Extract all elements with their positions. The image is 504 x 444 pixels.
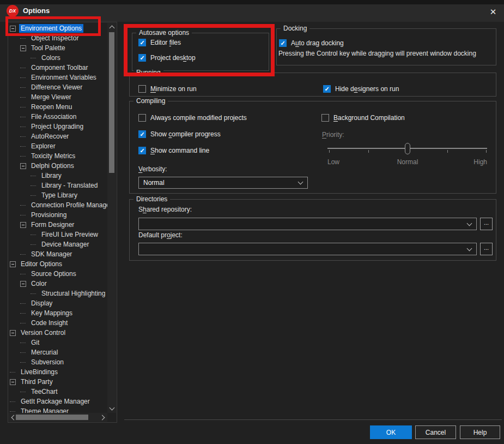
- tree-item-label[interactable]: SDK Manager: [29, 250, 74, 259]
- tree-item-label[interactable]: LiveBindings: [19, 368, 59, 376]
- tree-item-mercurial[interactable]: Mercurial: [9, 347, 107, 357]
- tree-item-library[interactable]: Library: [9, 171, 107, 181]
- checkbox-hide-designers-on-run[interactable]: ✓Hide designers on run: [323, 85, 399, 93]
- tree-item-merge-viewer[interactable]: Merge Viewer: [9, 92, 107, 102]
- tree-item-tool-palette[interactable]: Tool Palette: [9, 43, 107, 53]
- verbosity-select[interactable]: Normal: [138, 177, 308, 189]
- priority-slider-thumb[interactable]: [405, 143, 410, 154]
- checkbox-box[interactable]: ✓: [138, 39, 146, 46]
- checkbox-editor-files[interactable]: ✓Editor files: [138, 39, 181, 46]
- expander-minus-icon[interactable]: [10, 379, 16, 385]
- tree-item-component-toolbar[interactable]: Component Toolbar: [9, 63, 107, 73]
- tree-item-toxicity-metrics[interactable]: Toxicity Metrics: [9, 151, 107, 161]
- tree-item-label[interactable]: Form Designer: [29, 220, 76, 229]
- checkbox-box[interactable]: ✓: [279, 39, 287, 47]
- tree-item-key-mappings[interactable]: Key Mappings: [9, 308, 107, 318]
- checkbox-box[interactable]: ✓: [138, 130, 146, 138]
- tree-item-livebindings[interactable]: LiveBindings: [9, 367, 107, 377]
- tree-item-label[interactable]: Subversion: [29, 358, 65, 367]
- tree-item-version-control[interactable]: Version Control: [9, 328, 107, 338]
- tree-item-label[interactable]: Toxicity Metrics: [29, 152, 77, 160]
- checkbox-auto-drag-docking[interactable]: ✓Auto drag docking: [279, 39, 344, 47]
- tree-item-environment-options[interactable]: Environment Options: [9, 23, 107, 33]
- tree-item-label[interactable]: Third Party: [19, 377, 54, 386]
- expander-minus-icon[interactable]: [20, 281, 26, 287]
- tree-item-label[interactable]: Editor Options: [19, 260, 64, 268]
- expander-minus-icon[interactable]: [10, 261, 16, 267]
- horizontal-scroll-thumb[interactable]: [16, 415, 88, 420]
- vertical-scroll-thumb[interactable]: [109, 32, 114, 173]
- tree-item-label[interactable]: Connection Profile Manage: [29, 201, 107, 209]
- tree-item-delphi-options[interactable]: Delphi Options: [9, 161, 107, 171]
- checkbox-box[interactable]: ✓: [138, 54, 146, 62]
- tree-item-label[interactable]: Project Upgrading: [29, 122, 85, 131]
- tree-item-label[interactable]: TeeChart: [29, 387, 59, 396]
- tree-item-sdk-manager[interactable]: SDK Manager: [9, 249, 107, 259]
- tree-item-label[interactable]: Object Inspector: [29, 34, 80, 43]
- tree-item-structural-highlighting[interactable]: Structural Highlighting: [9, 289, 107, 298]
- tree-item-explorer[interactable]: Explorer: [9, 141, 107, 151]
- scroll-up-icon[interactable]: [107, 23, 116, 32]
- tree-item-label[interactable]: Merge Viewer: [29, 93, 73, 101]
- tree-item-label[interactable]: Explorer: [29, 142, 57, 151]
- tree-item-difference-viewer[interactable]: Difference Viewer: [9, 82, 107, 92]
- tree-item-label[interactable]: Colors: [40, 53, 62, 62]
- checkbox-box[interactable]: [321, 114, 329, 122]
- expander-minus-icon[interactable]: [10, 26, 16, 32]
- checkbox-show-command-line[interactable]: ✓Show command line: [138, 147, 209, 154]
- tree-item-label[interactable]: Color: [29, 279, 48, 288]
- tree-item-label[interactable]: Device Manager: [40, 240, 90, 249]
- tree-item-third-party[interactable]: Third Party: [9, 377, 107, 387]
- expander-minus-icon[interactable]: [10, 330, 16, 336]
- expander-minus-icon[interactable]: [20, 163, 26, 169]
- tree-item-label[interactable]: Reopen Menu: [29, 103, 74, 111]
- scroll-down-icon[interactable]: [107, 404, 116, 413]
- tree-item-fireui-live-preview[interactable]: FireUI Live Preview: [9, 230, 107, 239]
- close-icon[interactable]: ✕: [487, 5, 500, 19]
- tree-item-label[interactable]: FireUI Live Preview: [40, 230, 100, 239]
- tree-item-label[interactable]: Library - Translated: [40, 181, 99, 190]
- tree-item-label[interactable]: Component Toolbar: [29, 63, 90, 72]
- tree-item-color[interactable]: Color: [9, 279, 107, 289]
- cancel-button[interactable]: Cancel: [415, 425, 456, 439]
- checkbox-show-compiler-progress[interactable]: ✓Show compiler progress: [138, 130, 221, 138]
- tree-vertical-scrollbar[interactable]: [107, 23, 116, 413]
- tree-item-label[interactable]: Library: [40, 171, 63, 180]
- expander-minus-icon[interactable]: [20, 45, 26, 51]
- tree-item-label[interactable]: Git: [29, 338, 41, 347]
- tree-item-label[interactable]: Difference Viewer: [29, 83, 84, 92]
- help-button[interactable]: Help: [460, 425, 500, 439]
- tree-item-subversion[interactable]: Subversion: [9, 357, 107, 367]
- tree-item-display[interactable]: Display: [9, 298, 107, 308]
- tree-item-label[interactable]: Type Library: [40, 191, 79, 200]
- tree-item-editor-options[interactable]: Editor Options: [9, 259, 107, 269]
- tree-item-label[interactable]: Source Options: [29, 269, 78, 278]
- shared-repository-browse-button[interactable]: ...: [480, 218, 493, 230]
- scroll-right-icon[interactable]: [99, 413, 107, 422]
- tree-item-theme-manager[interactable]: Theme Manager: [9, 406, 107, 413]
- tree-item-autorecover[interactable]: AutoRecover: [9, 131, 107, 141]
- checkbox-minimize-on-run[interactable]: Minimize on run: [138, 85, 197, 93]
- tree-item-label[interactable]: Key Mappings: [29, 309, 74, 317]
- tree-item-label[interactable]: AutoRecover: [29, 132, 70, 141]
- tree-item-git[interactable]: Git: [9, 338, 107, 347]
- checkbox-box[interactable]: [138, 85, 146, 93]
- tree-horizontal-scrollbar[interactable]: [9, 413, 107, 422]
- tree-item-label[interactable]: Theme Manager: [19, 407, 70, 413]
- tree-item-label[interactable]: File Association: [29, 112, 78, 121]
- tree-item-provisioning[interactable]: Provisioning: [9, 210, 107, 220]
- tree-item-label[interactable]: Provisioning: [29, 211, 68, 219]
- tree-item-reopen-menu[interactable]: Reopen Menu: [9, 102, 107, 112]
- tree-item-label[interactable]: Structural Highlighting: [40, 289, 107, 298]
- tree-item-environment-variables[interactable]: Environment Variables: [9, 73, 107, 82]
- default-project-browse-button[interactable]: ...: [480, 243, 493, 255]
- tree-item-type-library[interactable]: Type Library: [9, 190, 107, 200]
- tree-item-library-translated[interactable]: Library - Translated: [9, 181, 107, 190]
- tree-item-project-upgrading[interactable]: Project Upgrading: [9, 122, 107, 131]
- default-project-select[interactable]: [138, 243, 477, 255]
- tree-item-teechart[interactable]: TeeChart: [9, 387, 107, 397]
- checkbox-box[interactable]: ✓: [138, 147, 146, 154]
- tree-item-code-insight[interactable]: Code Insight: [9, 318, 107, 328]
- ok-button[interactable]: OK: [370, 425, 412, 439]
- tree-item-getit-package-manager[interactable]: GetIt Package Manager: [9, 397, 107, 406]
